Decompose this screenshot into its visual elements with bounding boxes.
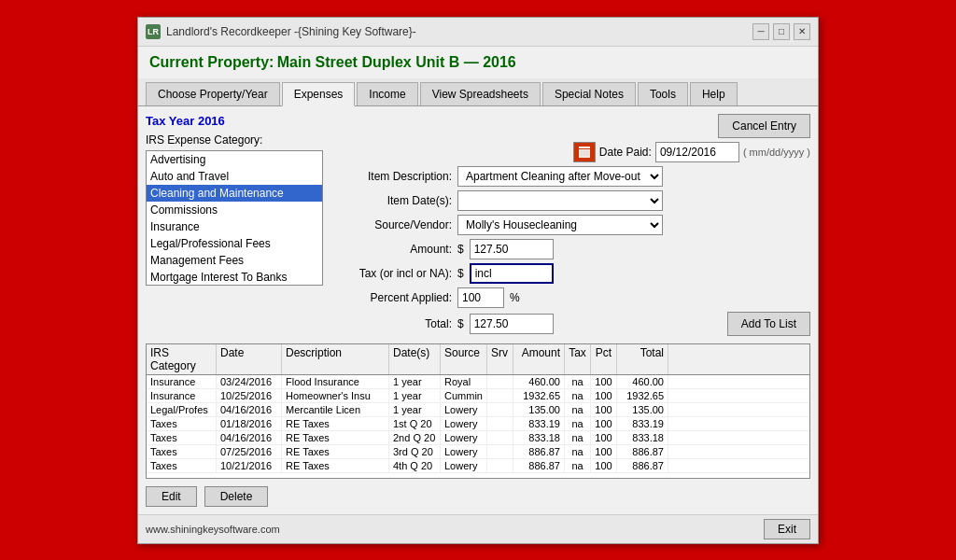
cell-dates: 1 year — [389, 375, 441, 388]
percent-input[interactable] — [457, 287, 504, 308]
total-dollar-sign: $ — [457, 317, 464, 330]
cell-pct: 100 — [591, 403, 617, 416]
exit-button[interactable]: Exit — [764, 519, 810, 539]
category-advertising[interactable]: Advertising — [147, 151, 322, 168]
item-description-label: Item Description: — [340, 170, 452, 183]
category-management[interactable]: Management Fees — [147, 252, 322, 269]
source-vendor-row: Source/Vendor: Molly's Housecleaning — [340, 215, 810, 235]
cell-amount: 886.87 — [513, 459, 565, 472]
cell-pct: 100 — [591, 459, 617, 472]
tab-choose-property[interactable]: Choose Property/Year — [146, 82, 280, 105]
cell-description: Homeowner's Insu — [282, 389, 389, 402]
cell-date: 07/25/2016 — [217, 445, 282, 458]
close-button[interactable]: ✕ — [794, 23, 810, 40]
cell-source: Royal — [441, 375, 487, 388]
expense-form: Date Paid: ( mm/dd/yyyy ) Item Descripti… — [340, 142, 810, 336]
maximize-button[interactable]: □ — [773, 23, 790, 40]
cell-category: Insurance — [147, 389, 217, 402]
table-row[interactable]: Taxes 07/25/2016 RE Taxes 3rd Q 20 Lower… — [147, 445, 809, 459]
cell-date: 01/18/2016 — [217, 417, 282, 430]
category-mortgage[interactable]: Mortgage Interest To Banks — [147, 269, 322, 286]
cell-tax: na — [565, 375, 591, 388]
percent-symbol: % — [510, 291, 520, 304]
current-property-label: Current Property: — [149, 54, 274, 70]
cell-amount: 1932.65 — [513, 389, 565, 402]
cell-description: RE Taxes — [282, 431, 389, 444]
cell-total: 833.19 — [617, 417, 668, 430]
irs-expense-label: IRS Expense Category: — [146, 133, 332, 147]
cell-source: Lowery — [441, 459, 487, 472]
date-paid-label: Date Paid: — [599, 146, 652, 159]
expense-category-list[interactable]: Advertising Auto and Travel Cleaning and… — [146, 150, 323, 286]
table-row[interactable]: Taxes 01/18/2016 RE Taxes 1st Q 20 Lower… — [147, 417, 809, 431]
right-panel: Cancel Entry — [340, 114, 810, 336]
cell-category: Taxes — [147, 459, 217, 472]
main-content: Tax Year 2016 IRS Expense Category: Adve… — [138, 106, 818, 514]
property-name: Main Street Duplex Unit B — 2016 — [277, 54, 516, 70]
item-description-row: Item Description: Apartment Cleaning aft… — [340, 166, 810, 187]
cell-pct: 100 — [591, 375, 617, 388]
title-bar: LR Landlord's Recordkeeper -{Shining Key… — [138, 18, 818, 47]
category-auto-travel[interactable]: Auto and Travel — [147, 168, 322, 185]
current-property-bar: Current Property: Main Street Duplex Uni… — [138, 47, 818, 78]
col-header-pct: Pct — [591, 344, 617, 374]
tab-view-spreadsheets[interactable]: View Spreadsheets — [420, 82, 541, 105]
percent-label: Percent Applied: — [340, 291, 452, 304]
category-insurance[interactable]: Insurance — [147, 218, 322, 235]
tax-input[interactable] — [470, 263, 554, 284]
table-row[interactable]: Taxes 04/16/2016 RE Taxes 2nd Q 20 Lower… — [147, 431, 809, 445]
category-commissions[interactable]: Commissions — [147, 202, 322, 218]
cancel-entry-button[interactable]: Cancel Entry — [718, 114, 810, 138]
calendar-icon[interactable] — [573, 142, 596, 162]
source-vendor-select[interactable]: Molly's Housecleaning — [457, 215, 663, 235]
table-row[interactable]: Taxes 10/21/2016 RE Taxes 4th Q 20 Lower… — [147, 459, 809, 473]
col-header-tax: Tax — [565, 344, 591, 374]
category-cleaning[interactable]: Cleaning and Maintenance — [147, 185, 322, 202]
window-title: Landlord's Recordkeeper -{Shining Key So… — [166, 25, 416, 38]
category-legal[interactable]: Legal/Professional Fees — [147, 235, 322, 252]
status-bar: www.shiningkeysoftware.com Exit — [138, 514, 818, 543]
col-header-category: IRS Category — [147, 344, 217, 374]
action-buttons: Edit Delete — [146, 486, 810, 507]
cell-amount: 833.19 — [513, 417, 565, 430]
tab-tools[interactable]: Tools — [638, 82, 688, 105]
cell-date: 10/21/2016 — [217, 459, 282, 472]
minimize-button[interactable]: ─ — [752, 23, 769, 40]
cell-dates: 2nd Q 20 — [389, 431, 441, 444]
table-row[interactable]: Insurance 10/25/2016 Homeowner's Insu 1 … — [147, 389, 809, 403]
cell-total: 886.87 — [617, 445, 668, 458]
table-row[interactable]: Insurance 03/24/2016 Flood Insurance 1 y… — [147, 375, 809, 389]
add-to-list-button[interactable]: Add To List — [727, 312, 810, 336]
amount-input[interactable] — [470, 239, 554, 259]
cell-source: Lowery — [441, 417, 487, 430]
item-dates-select[interactable] — [457, 190, 663, 211]
tab-expenses[interactable]: Expenses — [282, 82, 356, 106]
cell-srv — [487, 431, 513, 444]
cell-total: 886.87 — [617, 459, 668, 472]
cell-tax: na — [565, 431, 591, 444]
item-description-select[interactable]: Apartment Cleaning after Move-out — [457, 166, 663, 187]
cell-category: Taxes — [147, 417, 217, 430]
cell-source: Lowery — [441, 431, 487, 444]
cell-tax: na — [565, 403, 591, 416]
item-dates-row: Item Date(s): — [340, 190, 810, 211]
cell-total: 460.00 — [617, 375, 668, 388]
tab-special-notes[interactable]: Special Notes — [542, 82, 636, 105]
cell-source: Lowery — [441, 445, 487, 458]
cell-dates: 1st Q 20 — [389, 417, 441, 430]
cell-total: 135.00 — [617, 403, 668, 416]
tab-help[interactable]: Help — [690, 82, 738, 105]
cell-date: 04/16/2016 — [217, 403, 282, 416]
cell-srv — [487, 403, 513, 416]
expense-table: IRS Category Date Description Date(s) So… — [146, 343, 810, 479]
col-header-dates: Date(s) — [389, 344, 441, 374]
date-paid-input[interactable] — [655, 142, 739, 162]
tab-income[interactable]: Income — [357, 82, 417, 105]
main-window: LR Landlord's Recordkeeper -{Shining Key… — [137, 17, 819, 544]
col-header-date: Date — [217, 344, 282, 374]
table-row[interactable]: Legal/Profes 04/16/2016 Mercantile Licen… — [147, 403, 809, 417]
total-input[interactable] — [470, 314, 554, 334]
delete-button[interactable]: Delete — [204, 486, 269, 507]
edit-button[interactable]: Edit — [146, 486, 197, 507]
cell-tax: na — [565, 459, 591, 472]
